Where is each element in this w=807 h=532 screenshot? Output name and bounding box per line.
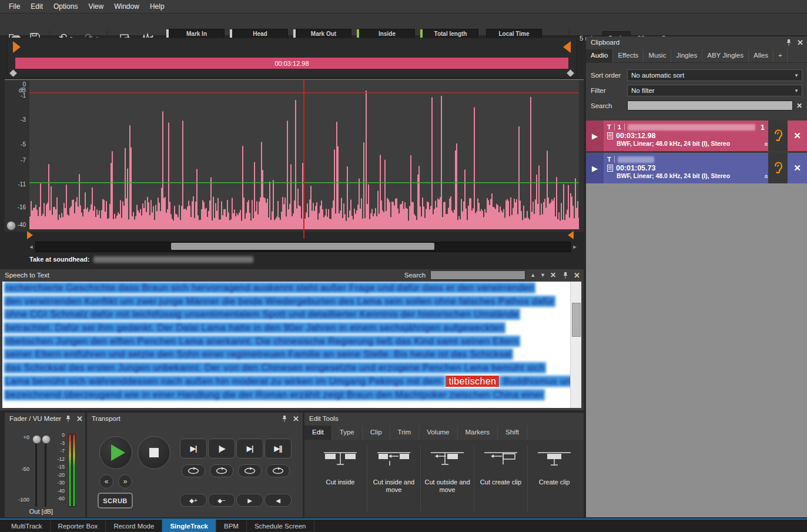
screen-tab-schedule-screen[interactable]: Schedule Screen xyxy=(247,520,314,532)
skip-forward-button[interactable]: » xyxy=(118,474,132,488)
prelisten-play-button[interactable]: ▶ xyxy=(586,153,604,183)
nudge-back-button[interactable]: ◀ xyxy=(264,494,292,507)
clipboard-search-input[interactable] xyxy=(627,101,793,111)
screen-tab-record-mode[interactable]: Record Mode xyxy=(106,520,162,532)
collapse-chevron-icon[interactable]: » xyxy=(762,143,768,146)
tool-cut-create-clip[interactable]: Cut create clip xyxy=(474,440,527,517)
edit-tab-volume[interactable]: Volume xyxy=(419,426,457,440)
clipboard-tab-music[interactable]: Music xyxy=(644,49,671,62)
speech-close-icon[interactable]: ✕ xyxy=(574,272,580,279)
fader-pin-icon[interactable] xyxy=(65,415,72,423)
add-marker-button[interactable]: ◆+ xyxy=(180,494,207,507)
speech-pin-icon[interactable] xyxy=(562,272,569,279)
collapse-chevron-icon[interactable]: » xyxy=(762,175,768,179)
speech-search-input[interactable] xyxy=(430,270,525,280)
clip-remove-button[interactable]: ✕ xyxy=(788,121,807,151)
clipboard-tab-alles[interactable]: Alles xyxy=(749,49,773,62)
clip-info: T1100:03:12.98BWF, Linear; 48.0 kHz, 24 … xyxy=(604,121,768,151)
edit-tab-edit[interactable]: Edit xyxy=(304,426,332,440)
stop-button[interactable] xyxy=(138,436,170,469)
clipboard-tab-jingles[interactable]: Jingles xyxy=(671,49,702,62)
clipboard-tab-audio[interactable]: Audio xyxy=(586,49,613,62)
clipboard-close-icon[interactable]: ✕ xyxy=(797,39,803,46)
screen-tab-multitrack[interactable]: MultiTrack xyxy=(4,520,51,532)
prelisten-ear-button[interactable] xyxy=(768,153,788,183)
playhead-cursor[interactable] xyxy=(303,80,304,239)
clipboard-item-1[interactable]: ▶T1100:03:12.98BWF, Linear; 48.0 kHz, 24… xyxy=(586,121,807,151)
transport-close-icon[interactable]: ✕ xyxy=(293,415,299,423)
filter-select[interactable]: No filter▼ xyxy=(627,85,802,96)
search-next-icon[interactable]: ▼ xyxy=(540,272,545,278)
scroll-left-arrow[interactable]: ◄ xyxy=(27,244,35,250)
clipboard-tab-effects[interactable]: Effects xyxy=(613,49,644,62)
clipboard-tab-aby-jingles[interactable]: ABY Jingles xyxy=(702,49,749,62)
delete-marker-button[interactable]: ◆− xyxy=(208,494,235,507)
overview-left-marker-icon[interactable] xyxy=(13,41,21,53)
edit-tab-markers[interactable]: Markers xyxy=(458,426,498,440)
screen-tab-singletrack[interactable]: SingleTrack xyxy=(162,520,216,532)
fader-left-track[interactable] xyxy=(35,437,37,507)
loop-mode-button-4[interactable] xyxy=(266,464,290,477)
play-from-cursor-button[interactable]: |▶ xyxy=(208,439,235,459)
tool-cut-inside[interactable]: Cut inside xyxy=(314,440,367,517)
tool-cut-outside-and-move[interactable]: Cut outside and move xyxy=(421,440,474,517)
speech-scroll-thumb[interactable] xyxy=(572,303,581,337)
play-to-cursor-button[interactable]: ▶| xyxy=(180,439,207,459)
screen-tab-reporter-box[interactable]: Reporter Box xyxy=(51,520,106,532)
db-tick-40: -40 xyxy=(18,222,26,228)
overview-right-marker-icon[interactable] xyxy=(563,41,571,53)
sort-order-select[interactable]: No automatic sort▼ xyxy=(627,69,802,81)
fader-left-knob[interactable] xyxy=(32,435,41,444)
menu-edit[interactable]: Edit xyxy=(25,1,48,12)
loop-mode-button-2[interactable] xyxy=(210,464,233,477)
play-button[interactable] xyxy=(99,436,132,469)
scroll-right-arrow[interactable]: ► xyxy=(571,244,579,250)
scrub-button[interactable]: SCRUB xyxy=(98,493,133,508)
edit-tab-clip[interactable]: Clip xyxy=(363,426,390,440)
fader-close-icon[interactable]: ✕ xyxy=(76,415,83,423)
scroll-track[interactable] xyxy=(35,242,571,252)
loop-mode-button-1[interactable] xyxy=(182,464,205,477)
markin-triangle-icon[interactable] xyxy=(27,231,33,239)
scroll-thumb[interactable] xyxy=(171,243,434,250)
range-end-handle[interactable] xyxy=(567,69,574,77)
prelisten-play-button[interactable]: ▶ xyxy=(586,121,604,151)
clip-remove-button[interactable]: ✕ xyxy=(788,153,807,183)
menu-options[interactable]: Options xyxy=(48,1,83,12)
overview-strip: 00:03:12.98 xyxy=(7,38,577,78)
edit-tab-trim[interactable]: Trim xyxy=(390,426,420,440)
vu-scale-20: -20 xyxy=(53,472,65,478)
fader-vu-panel: Fader / VU Meter ✕ +0-50-1000-3-7-12-15-… xyxy=(5,413,85,517)
markout-triangle-icon[interactable] xyxy=(568,231,574,239)
timebox-label: Mark In xyxy=(186,31,207,37)
search-prev-icon[interactable]: ▲ xyxy=(530,272,535,278)
edit-tab-type[interactable]: Type xyxy=(332,426,363,440)
fader-right-track[interactable] xyxy=(45,437,46,507)
search-clear-icon[interactable]: ✕ xyxy=(550,271,556,279)
clipboard-tab-+[interactable]: + xyxy=(773,49,788,62)
menu-help[interactable]: Help xyxy=(145,1,170,12)
speech-scrollbar[interactable] xyxy=(570,282,581,408)
menu-window[interactable]: Window xyxy=(109,1,145,12)
play-to-markout-button[interactable]: ▶| xyxy=(236,439,263,459)
transport-pin-icon[interactable] xyxy=(281,415,288,423)
tool-cut-inside-and-move[interactable]: Cut inside and move xyxy=(367,440,420,517)
skip-back-button[interactable]: « xyxy=(99,474,113,488)
fader-right-knob[interactable] xyxy=(42,435,51,444)
loop-mode-button-3[interactable] xyxy=(238,464,262,477)
toolbar: ↶ ▾ ↷ ▾ Mark In00:00:00.00Head00:01:36.4… xyxy=(0,13,807,36)
tool-create-clip[interactable]: Create clip xyxy=(528,440,581,517)
selection-range-bar[interactable]: 00:03:12.98 xyxy=(15,58,568,69)
nudge-forward-button[interactable]: ▶ xyxy=(236,494,263,507)
edit-tab-shift[interactable]: Shift xyxy=(498,426,527,440)
menu-file[interactable]: File xyxy=(4,1,25,12)
menu-view[interactable]: View xyxy=(83,1,109,12)
level-knob[interactable] xyxy=(6,221,16,230)
range-start-handle[interactable] xyxy=(9,69,17,77)
clipboard-search-clear-icon[interactable]: ✕ xyxy=(796,102,802,110)
play-over-cut-button[interactable]: ▶|| xyxy=(264,439,292,459)
screen-tab-bpm[interactable]: BPM xyxy=(216,520,247,532)
prelisten-ear-button[interactable] xyxy=(768,121,788,151)
clipboard-item-2[interactable]: ▶T00:01:05.73BWF, Linear; 48.0 kHz, 24 b… xyxy=(586,153,807,183)
clipboard-pin-icon[interactable] xyxy=(785,39,792,46)
